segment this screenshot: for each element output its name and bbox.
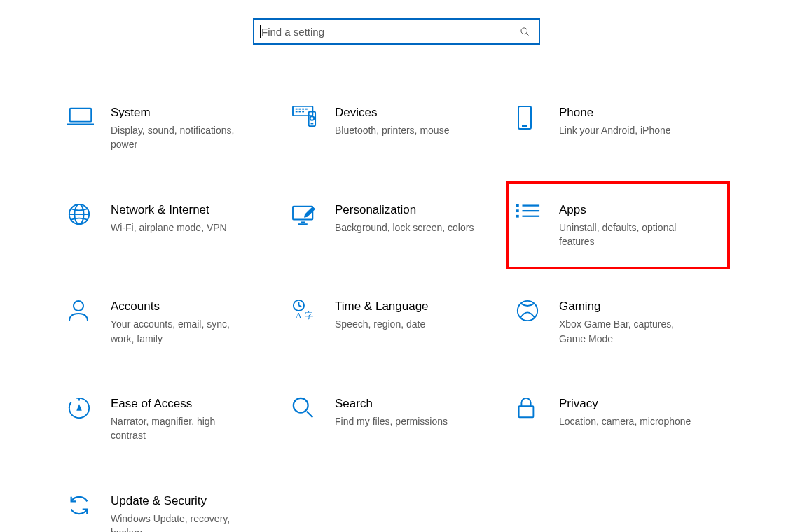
svg-line-32: [298, 306, 301, 307]
tile-desc: Wi-Fi, airplane mode, VPN: [111, 220, 227, 234]
svg-rect-39: [519, 406, 534, 417]
tile-network[interactable]: Network & Internet Wi-Fi, airplane mode,…: [67, 198, 277, 253]
globe-icon: [67, 202, 101, 230]
tile-title: Phone: [559, 105, 671, 120]
xbox-icon: [516, 299, 549, 327]
tile-title: Update & Security: [111, 493, 251, 509]
svg-point-13: [310, 116, 315, 120]
svg-marker-36: [76, 404, 82, 410]
tile-phone[interactable]: Phone Link your Android, iPhone: [516, 101, 726, 156]
lock-icon: [516, 396, 549, 424]
tile-title: Privacy: [559, 396, 691, 412]
search-icon: [520, 27, 530, 37]
svg-line-38: [307, 412, 313, 418]
tile-title: Network & Internet: [111, 202, 227, 218]
tile-title: Apps: [559, 202, 699, 218]
person-icon: [67, 299, 101, 327]
tile-title: Search: [335, 396, 448, 412]
laptop-icon: [67, 105, 101, 133]
tile-system[interactable]: System Display, sound, notifications, po…: [67, 101, 277, 156]
svg-point-29: [74, 301, 83, 311]
tile-desc: Display, sound, notifications, power: [111, 123, 251, 152]
svg-text:A: A: [296, 312, 302, 321]
phone-icon: [516, 105, 549, 133]
tile-title: Accounts: [111, 299, 251, 314]
svg-point-37: [294, 398, 308, 413]
svg-rect-25: [516, 215, 519, 218]
text-cursor: [260, 24, 261, 38]
tile-search[interactable]: Search Find my files, permissions: [291, 392, 502, 447]
tile-desc: Bluetooth, printers, mouse: [335, 123, 449, 137]
settings-grid: System Display, sound, notifications, po…: [0, 101, 793, 532]
tile-devices[interactable]: Devices Bluetooth, printers, mouse: [291, 101, 502, 156]
personalization-icon: [291, 202, 325, 230]
tile-title: Time & Language: [335, 299, 429, 314]
tile-accounts[interactable]: Accounts Your accounts, email, sync, wor…: [67, 295, 277, 350]
tile-time-language[interactable]: A 字 Time & Language Speech, region, date: [291, 295, 502, 350]
tile-title: System: [111, 105, 251, 120]
svg-point-0: [521, 27, 527, 34]
tile-desc: Uninstall, defaults, optional features: [559, 220, 699, 249]
ease-of-access-icon: [67, 396, 101, 424]
tile-desc: Find my files, permissions: [335, 414, 448, 428]
search-large-icon: [291, 396, 325, 424]
time-language-icon: A 字: [291, 299, 325, 327]
tile-desc: Your accounts, email, sync, work, family: [111, 317, 251, 346]
tile-desc: Background, lock screen, colors: [335, 220, 474, 234]
search-input[interactable]: Find a setting: [253, 18, 540, 45]
svg-rect-23: [516, 204, 519, 206]
svg-rect-2: [70, 108, 91, 122]
tile-ease-of-access[interactable]: Ease of Access Narrator, magnifier, high…: [67, 392, 277, 447]
tile-apps[interactable]: Apps Uninstall, defaults, optional featu…: [516, 198, 726, 253]
svg-rect-24: [516, 209, 519, 212]
tile-desc: Location, camera, microphone: [559, 414, 691, 428]
svg-line-1: [526, 33, 528, 35]
tile-title: Devices: [335, 105, 449, 120]
tile-desc: Speech, region, date: [335, 317, 429, 331]
tile-title: Gaming: [559, 299, 699, 314]
tile-privacy[interactable]: Privacy Location, camera, microphone: [516, 392, 726, 447]
tile-desc: Windows Update, recovery, backup: [111, 512, 251, 532]
apps-icon: [516, 202, 549, 230]
svg-text:字: 字: [305, 312, 313, 321]
tile-desc: Xbox Game Bar, captures, Game Mode: [559, 317, 699, 346]
tile-title: Ease of Access: [111, 396, 251, 412]
devices-icon: [291, 105, 325, 133]
tile-update-security[interactable]: Update & Security Windows Update, recove…: [67, 489, 277, 532]
search-placeholder: Find a setting: [261, 26, 520, 38]
tile-desc: Narrator, magnifier, high contrast: [111, 414, 251, 443]
tile-personalization[interactable]: Personalization Background, lock screen,…: [291, 198, 502, 253]
sync-icon: [67, 493, 101, 522]
tile-desc: Link your Android, iPhone: [559, 123, 671, 137]
tile-gaming[interactable]: Gaming Xbox Game Bar, captures, Game Mod…: [516, 295, 726, 350]
tile-title: Personalization: [335, 202, 474, 218]
